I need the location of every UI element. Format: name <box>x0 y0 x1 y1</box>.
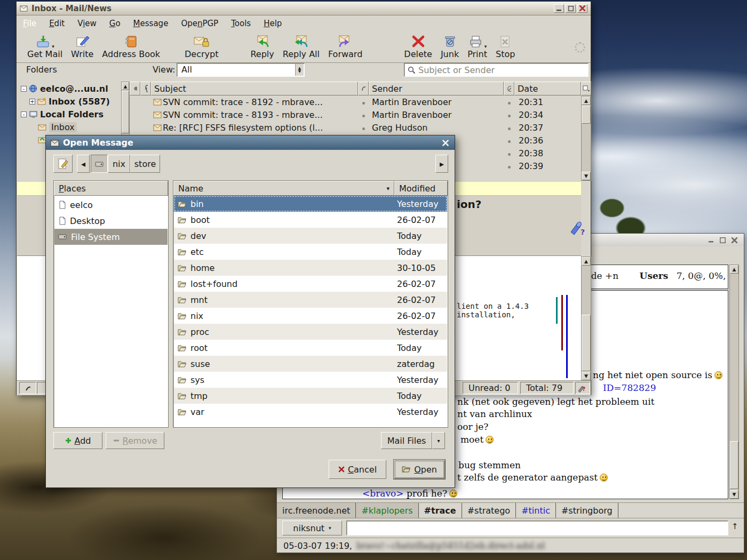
tab-trace[interactable]: #trace <box>419 503 462 518</box>
column-picker-button[interactable] <box>581 82 591 95</box>
column-attachment[interactable] <box>140 82 151 95</box>
add-button[interactable]: Add <box>53 432 102 449</box>
tab-server[interactable]: irc.freenode.net <box>277 503 356 518</box>
message-row[interactable]: Re: [RFC] FSFS filesystem options (l... … <box>130 122 581 135</box>
get-mail-button[interactable]: ▾ Get Mail <box>23 34 67 60</box>
folder-inbox-account-row[interactable]: + Inbox (5587) <box>29 95 110 108</box>
forward-button[interactable]: Forward <box>324 34 367 60</box>
filter-combo-arrow[interactable]: ▾ <box>432 432 445 449</box>
file-row[interactable]: tmpToday <box>174 388 447 404</box>
message-row[interactable]: SVN commit: trace - 8192 - mbrave... Mar… <box>130 97 581 109</box>
menu-go[interactable]: Go <box>109 19 121 28</box>
write-button[interactable]: Write <box>67 34 98 60</box>
reply-button[interactable]: Reply <box>246 34 278 60</box>
file-row[interactable]: boot26-02-07 <box>174 212 447 228</box>
file-row[interactable]: etcToday <box>174 244 447 260</box>
path-nav-left-button[interactable]: ◂ <box>77 155 90 173</box>
file-row[interactable]: devToday <box>174 228 447 244</box>
places-header[interactable]: Places <box>54 181 168 196</box>
column-sender[interactable]: Sender <box>369 82 504 95</box>
irc-minimize-button[interactable] <box>706 236 716 244</box>
scroll-down-icon[interactable]: ▼ <box>582 172 591 180</box>
message-row[interactable]: SVN commit: trace - 8193 - mbrave... Mar… <box>130 109 581 122</box>
place-file-system[interactable]: File System <box>54 229 168 245</box>
place-eelco[interactable]: eelco <box>54 197 168 213</box>
preview-scrollbar-thumb[interactable] <box>582 315 591 371</box>
file-row[interactable]: sysYesterday <box>174 372 447 388</box>
dialog-titlebar[interactable]: Open Message <box>46 135 455 150</box>
file-row[interactable]: lost+found26-02-07 <box>174 276 447 292</box>
expander-open-icon[interactable]: - <box>21 86 27 92</box>
type-filename-button[interactable] <box>53 155 73 173</box>
menu-tools[interactable]: Tools <box>231 19 251 28</box>
irc-message-input[interactable] <box>347 521 728 535</box>
decrypt-button[interactable]: Decrypt <box>180 34 222 60</box>
file-column-modified[interactable]: Modified <box>394 181 448 196</box>
scroll-down-icon[interactable]: ▼ <box>582 372 591 380</box>
folder-local-row[interactable]: - Local Folders <box>21 108 104 121</box>
menu-openpgp[interactable]: OpenPGP <box>181 19 218 28</box>
print-button[interactable]: ▾ Print <box>463 34 491 60</box>
file-list[interactable]: Name ▾ Modified binYesterday boot26-02-0… <box>173 180 448 428</box>
menubar[interactable]: File Edit View Go Message OpenPGP Tools … <box>17 16 591 30</box>
menu-edit[interactable]: Edit <box>49 19 65 28</box>
irc-maximize-button[interactable] <box>718 236 728 244</box>
menu-message[interactable]: Message <box>133 19 169 28</box>
column-flag[interactable] <box>130 82 140 95</box>
file-row[interactable]: nix26-02-07 <box>174 308 447 324</box>
file-row[interactable]: procYesterday <box>174 324 447 340</box>
file-row[interactable]: varYesterday <box>174 404 447 420</box>
maximize-button[interactable] <box>566 4 576 13</box>
scroll-up-icon[interactable]: ▲ <box>582 257 591 266</box>
column-thread[interactable] <box>358 82 369 95</box>
irc-history-up-icon[interactable]: ↑ <box>732 522 738 531</box>
address-book-button[interactable]: Address Book <box>98 34 164 60</box>
openpgp-status-box[interactable]: ? <box>575 382 590 394</box>
message-list-scrollbar-thumb[interactable] <box>582 106 591 124</box>
menu-file[interactable]: File <box>23 19 36 28</box>
column-junk[interactable] <box>504 82 514 95</box>
statusbar-corner-icon-box[interactable] <box>19 382 36 394</box>
junk-button[interactable]: Junk <box>436 34 463 60</box>
message-list-scrollbar[interactable]: ▲ ▼ <box>581 96 591 181</box>
expander-closed-icon[interactable]: + <box>29 99 35 105</box>
file-row[interactable]: rootToday <box>174 340 447 356</box>
path-nav-right-button[interactable]: ▸ <box>435 155 448 173</box>
irc-scrollbar-thumb[interactable] <box>730 441 738 489</box>
combo-stepper-icon[interactable]: ▲▼ <box>295 64 304 76</box>
scroll-up-icon[interactable]: ▲ <box>582 97 591 105</box>
file-row[interactable]: mnt26-02-07 <box>174 292 447 308</box>
irc-tab-bar[interactable]: irc.freenode.net #klaplopers #trace #str… <box>277 502 744 518</box>
menu-view[interactable]: View <box>77 19 97 28</box>
dialog-close-button[interactable] <box>440 139 450 147</box>
irc-bug-link[interactable]: ID=782829 <box>603 382 656 393</box>
places-panel[interactable]: Places eelco Desktop File System <box>53 180 169 428</box>
open-message-dialog[interactable]: Open Message ◂ nix store ▸ Places eelco … <box>45 135 455 488</box>
search-input[interactable] <box>418 65 585 75</box>
cancel-button[interactable]: Cancel <box>329 460 386 479</box>
scroll-up-icon[interactable]: ▲ <box>122 82 129 90</box>
column-date[interactable]: Date <box>514 82 581 95</box>
folders-scrollbar-thumb[interactable] <box>122 91 129 133</box>
mail-toolbar[interactable]: ▾ Get Mail Write Address Book Decrypt Re… <box>17 30 591 63</box>
tab-tintic[interactable]: #tintic <box>516 503 556 518</box>
tab-klaplopers[interactable]: #klaplopers <box>356 503 418 518</box>
open-button[interactable]: Open <box>394 460 445 479</box>
filter-combo-label[interactable]: Mail Files <box>381 432 432 449</box>
path-segment-store[interactable]: store <box>130 155 160 173</box>
file-row[interactable]: binYesterday <box>174 196 447 212</box>
delete-button[interactable]: Delete <box>400 34 436 60</box>
close-button[interactable] <box>577 4 587 13</box>
file-column-name[interactable]: Name ▾ <box>173 181 394 196</box>
search-box[interactable] <box>404 63 589 77</box>
path-root-button[interactable] <box>91 155 108 173</box>
folder-inbox-local-row[interactable]: Inbox <box>38 121 77 133</box>
column-subject[interactable]: Subject <box>151 82 358 95</box>
folder-account-row[interactable]: - eelco@...uu.nl <box>21 82 108 95</box>
mail-titlebar[interactable]: Inbox - Mail/News <box>17 2 591 15</box>
expander-open-icon[interactable]: - <box>21 111 27 117</box>
file-row[interactable]: susezaterdag <box>174 356 447 372</box>
view-filter-combo[interactable]: All ▲▼ <box>177 63 305 77</box>
tab-stratego[interactable]: #stratego <box>462 503 516 518</box>
irc-close-button[interactable] <box>729 236 740 244</box>
